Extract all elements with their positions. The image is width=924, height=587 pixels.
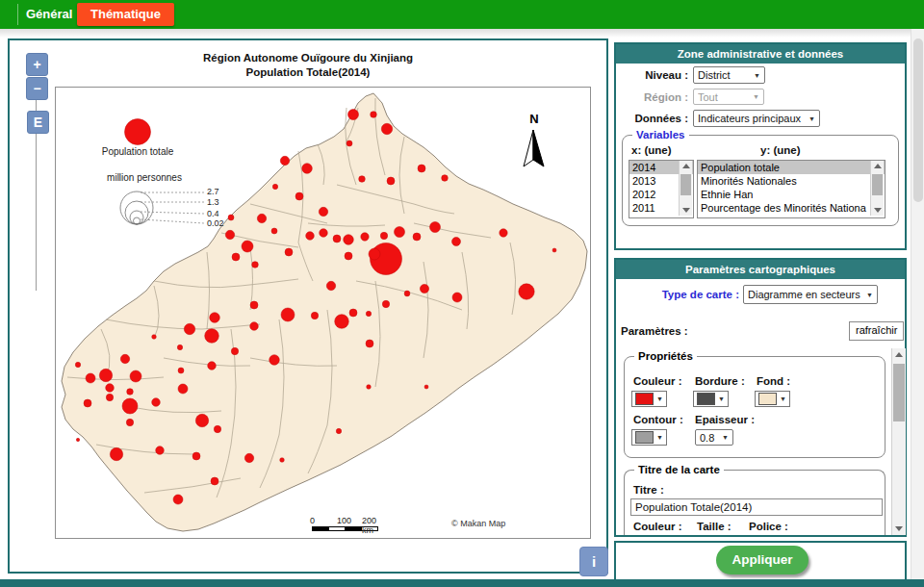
couleur-swatch-select[interactable] xyxy=(631,391,667,407)
epaisseur-value: 0.8 xyxy=(700,432,719,444)
titre-taille-label: Taille : xyxy=(697,521,732,532)
donnees-select[interactable]: Indicateurs principaux xyxy=(693,110,820,127)
couleur-chip xyxy=(635,393,654,405)
titre-carte-legend: Titre de la carte xyxy=(634,464,724,475)
page-scrollbar-thumb[interactable] xyxy=(913,38,923,202)
legend-size-title: million personnes xyxy=(96,172,192,183)
type-carte-value: Diagramme en secteurs xyxy=(748,289,863,300)
list-item[interactable]: Population totale xyxy=(698,161,885,174)
type-carte-select[interactable]: Diagramme en secteurs xyxy=(743,285,878,304)
fond-label: Fond : xyxy=(757,375,790,387)
info-button[interactable]: i xyxy=(579,547,608,576)
y-axis-label: y: (une) xyxy=(760,144,801,156)
list-item[interactable]: Pourcentage des Minorités Nationa xyxy=(698,201,885,215)
scalebar-tick: 200 km xyxy=(362,516,379,535)
bordure-swatch-select[interactable] xyxy=(693,391,729,407)
legend-size-value: 1.3 xyxy=(207,197,219,207)
carto-params-header: Paramètres cartographiques xyxy=(616,260,905,279)
type-carte-label: Type de carte : xyxy=(626,289,739,300)
niveau-label: Niveau : xyxy=(616,69,688,81)
tab-general[interactable]: Général xyxy=(26,0,72,29)
titre-input[interactable] xyxy=(630,498,883,516)
titre-couleur-label: Couleur : xyxy=(633,521,681,532)
couleur-label: Couleur : xyxy=(633,375,681,387)
titre-label: Titre : xyxy=(633,484,664,496)
xinjiang-map[interactable] xyxy=(10,40,606,572)
donnees-value: Indicateurs principaux xyxy=(698,113,806,124)
scalebar: 0 100 200 km xyxy=(312,526,379,532)
titre-police-label: Police : xyxy=(749,521,788,532)
topbar-shadow xyxy=(0,29,924,38)
niveau-value: District xyxy=(698,69,751,81)
legend-size-value: 0.4 xyxy=(207,209,219,218)
scalebar-tick: 0 xyxy=(310,516,315,525)
x-listbox-scrollbar[interactable] xyxy=(679,161,692,216)
epaisseur-label: Epaisseur : xyxy=(695,414,755,425)
niveau-select[interactable]: District xyxy=(693,66,765,84)
fond-swatch-select[interactable] xyxy=(755,391,790,407)
list-item[interactable]: Ethnie Han xyxy=(698,188,885,201)
bordure-chip xyxy=(697,393,715,405)
y-listbox-scrollbar[interactable] xyxy=(870,161,884,216)
list-item[interactable]: Minorités Nationales xyxy=(698,174,885,188)
page-scrollbar[interactable] xyxy=(911,29,924,587)
parametres-label: Paramètres : xyxy=(621,325,688,337)
scalebar-tick: 100 xyxy=(337,516,351,525)
y-variable-listbox[interactable]: Population totaleMinorités NationalesEth… xyxy=(697,160,886,218)
proprietes-legend: Propriétés xyxy=(634,350,697,362)
region-select: Tout xyxy=(693,89,764,105)
contour-swatch-select[interactable] xyxy=(631,429,667,446)
map-attribution: © Makan Map xyxy=(451,519,505,528)
tab-thematique[interactable]: Thématique xyxy=(77,3,174,26)
legend-size-circles xyxy=(120,191,153,224)
zoom-in-button[interactable]: + xyxy=(26,53,48,76)
variables-legend: Variables xyxy=(632,129,689,140)
refresh-button[interactable]: rafraîchir xyxy=(849,321,904,341)
bottom-bar xyxy=(0,579,924,587)
legend-size-value: 2.7 xyxy=(207,187,219,196)
legend-bubble-symbol xyxy=(125,119,151,145)
full-extent-button[interactable]: E xyxy=(27,111,49,134)
zoom-out-button[interactable]: − xyxy=(26,77,48,100)
params-scrollbar[interactable] xyxy=(891,348,906,535)
map-panel: Région Autonome Ouïgoure du Xinjiang Pop… xyxy=(8,38,608,574)
bordure-label: Bordure : xyxy=(695,375,745,387)
region-label: Région : xyxy=(616,91,688,103)
x-axis-label: x: (une) xyxy=(631,144,672,156)
contour-label: Contour : xyxy=(633,414,683,425)
legend-bubble-label: Population totale xyxy=(99,146,176,157)
north-label: N xyxy=(526,112,543,126)
contour-chip xyxy=(635,431,654,444)
legend-size-value: 0.02 xyxy=(207,218,224,228)
donnees-label: Données : xyxy=(616,113,688,124)
epaisseur-select[interactable]: 0.8 xyxy=(695,429,733,446)
admin-zone-header: Zone administrative et données xyxy=(616,44,905,64)
legend-leader-lines xyxy=(141,192,204,223)
north-arrow-icon xyxy=(524,130,544,166)
apply-button[interactable]: Appliquer xyxy=(716,546,808,574)
menu-separator xyxy=(17,4,18,25)
fond-chip xyxy=(758,393,777,405)
region-value: Tout xyxy=(698,91,750,103)
